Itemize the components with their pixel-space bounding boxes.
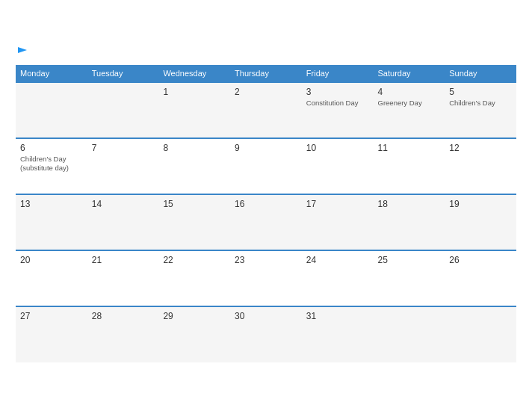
svg-marker-0 bbox=[18, 47, 27, 53]
event-label: Constitution Day bbox=[306, 99, 369, 108]
weekday-header-wednesday: Wednesday bbox=[158, 65, 230, 82]
calendar-cell: 22 bbox=[158, 250, 230, 306]
day-number: 6 bbox=[20, 143, 83, 153]
weekday-header-row: MondayTuesdayWednesdayThursdayFridaySatu… bbox=[16, 65, 516, 82]
day-number: 16 bbox=[235, 199, 297, 209]
calendar-cell: 26 bbox=[445, 250, 516, 306]
calendar-cell: 3Constitution Day bbox=[302, 82, 374, 138]
day-number: 24 bbox=[306, 255, 369, 265]
calendar-cell: 10 bbox=[302, 138, 374, 194]
logo bbox=[16, 46, 28, 58]
day-number: 3 bbox=[306, 87, 369, 97]
calendar-cell: 30 bbox=[230, 306, 302, 362]
day-number: 26 bbox=[449, 255, 512, 265]
day-number: 27 bbox=[20, 311, 83, 321]
weekday-header-friday: Friday bbox=[302, 65, 374, 82]
day-number: 7 bbox=[92, 143, 155, 153]
day-number: 4 bbox=[378, 87, 441, 97]
calendar-week-row: 13141516171819 bbox=[16, 194, 516, 250]
calendar-cell: 20 bbox=[16, 250, 87, 306]
day-number: 12 bbox=[449, 143, 512, 153]
day-number: 9 bbox=[235, 143, 297, 153]
day-number: 21 bbox=[92, 255, 155, 265]
calendar-cell: 21 bbox=[87, 250, 159, 306]
event-label: Children's Day bbox=[449, 99, 512, 108]
calendar-cell: 31 bbox=[302, 306, 374, 362]
calendar-cell: 16 bbox=[230, 194, 302, 250]
calendar-cell: 12 bbox=[445, 138, 516, 194]
calendar-cell: 11 bbox=[374, 138, 445, 194]
calendar-cell: 29 bbox=[158, 306, 230, 362]
calendar-cell: 13 bbox=[16, 194, 87, 250]
day-number: 23 bbox=[235, 255, 297, 265]
weekday-header-sunday: Sunday bbox=[445, 65, 516, 82]
day-number: 14 bbox=[92, 199, 155, 209]
calendar-cell: 19 bbox=[445, 194, 516, 250]
calendar-cell: 17 bbox=[302, 194, 374, 250]
calendar-body: 123Constitution Day4Greenery Day5Childre… bbox=[16, 82, 516, 362]
day-number: 5 bbox=[449, 87, 512, 97]
logo-flag-icon bbox=[16, 46, 28, 58]
day-number: 11 bbox=[378, 143, 441, 153]
weekday-header-thursday: Thursday bbox=[230, 65, 302, 82]
calendar-cell: 4Greenery Day bbox=[374, 82, 445, 138]
day-number: 2 bbox=[235, 87, 297, 97]
calendar-week-row: 123Constitution Day4Greenery Day5Childre… bbox=[16, 82, 516, 138]
day-number: 31 bbox=[306, 311, 369, 321]
weekday-header-monday: Monday bbox=[16, 65, 87, 82]
calendar-table: MondayTuesdayWednesdayThursdayFridaySatu… bbox=[16, 65, 516, 362]
logo-line1 bbox=[16, 46, 28, 58]
calendar-week-row: 2728293031 bbox=[16, 306, 516, 362]
calendar-cell bbox=[87, 82, 159, 138]
calendar-page: MondayTuesdayWednesdayThursdayFridaySatu… bbox=[4, 38, 528, 374]
calendar-week-row: 6Children's Day(substitute day)789101112 bbox=[16, 138, 516, 194]
weekday-header-tuesday: Tuesday bbox=[87, 65, 159, 82]
day-number: 28 bbox=[92, 311, 155, 321]
calendar-cell: 9 bbox=[230, 138, 302, 194]
calendar-cell: 5Children's Day bbox=[445, 82, 516, 138]
calendar-cell: 8 bbox=[158, 138, 230, 194]
calendar-cell: 28 bbox=[87, 306, 159, 362]
weekday-header-saturday: Saturday bbox=[374, 65, 445, 82]
calendar-cell bbox=[374, 306, 445, 362]
calendar-header: MondayTuesdayWednesdayThursdayFridaySatu… bbox=[16, 65, 516, 82]
day-number: 8 bbox=[163, 143, 226, 153]
calendar-cell bbox=[445, 306, 516, 362]
day-number: 15 bbox=[163, 199, 226, 209]
day-number: 22 bbox=[163, 255, 226, 265]
day-number: 13 bbox=[20, 199, 83, 209]
calendar-week-row: 20212223242526 bbox=[16, 250, 516, 306]
event-label: Children's Day bbox=[20, 155, 83, 164]
day-number: 20 bbox=[20, 255, 83, 265]
day-number: 10 bbox=[306, 143, 369, 153]
event-label: Greenery Day bbox=[378, 99, 441, 108]
event-label: (substitute day) bbox=[20, 164, 83, 173]
day-number: 19 bbox=[449, 199, 512, 209]
calendar-cell: 24 bbox=[302, 250, 374, 306]
calendar-cell: 7 bbox=[87, 138, 159, 194]
calendar-cell: 2 bbox=[230, 82, 302, 138]
calendar-cell: 1 bbox=[158, 82, 230, 138]
page-header bbox=[16, 46, 516, 58]
calendar-cell: 25 bbox=[374, 250, 445, 306]
calendar-cell bbox=[16, 82, 87, 138]
calendar-cell: 18 bbox=[374, 194, 445, 250]
calendar-cell: 6Children's Day(substitute day) bbox=[16, 138, 87, 194]
calendar-cell: 14 bbox=[87, 194, 159, 250]
day-number: 29 bbox=[163, 311, 226, 321]
calendar-cell: 15 bbox=[158, 194, 230, 250]
calendar-cell: 27 bbox=[16, 306, 87, 362]
day-number: 18 bbox=[378, 199, 441, 209]
day-number: 25 bbox=[378, 255, 441, 265]
calendar-cell: 23 bbox=[230, 250, 302, 306]
day-number: 17 bbox=[306, 199, 369, 209]
day-number: 1 bbox=[163, 87, 226, 97]
day-number: 30 bbox=[235, 311, 297, 321]
